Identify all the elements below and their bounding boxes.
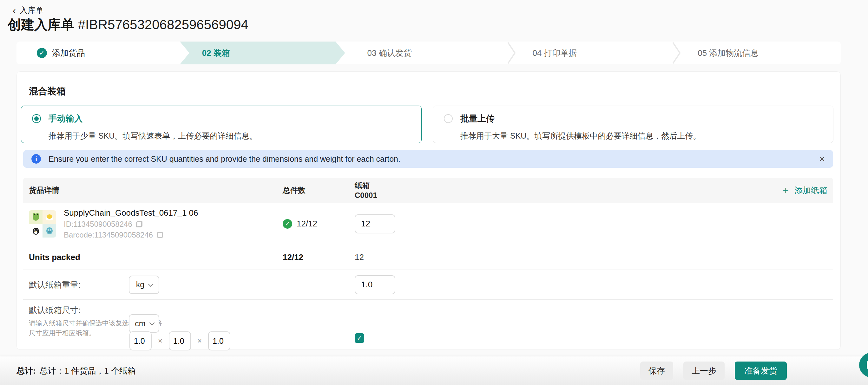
table-header-row: 货品详情 总件数 纸箱 C0001 + 添加纸箱 [23, 178, 833, 203]
step-label: 02 装箱 [202, 47, 230, 59]
step-confirm-shipment[interactable]: 03 确认发货 [345, 41, 510, 64]
manual-input-option[interactable]: 手动输入 推荐用于少量 SKU。填写快速表单，上传必要的详细信息。 [21, 106, 422, 143]
goods-table: 货品详情 总件数 纸箱 C0001 + 添加纸箱 [23, 178, 833, 352]
product-image-tile [29, 210, 42, 224]
copy-icon[interactable] [157, 232, 163, 238]
default-weight-label: 默认纸箱重量: [29, 279, 81, 290]
step-label: 04 打印单据 [532, 47, 577, 59]
chevron-down-icon [149, 320, 155, 325]
dimension-height-input[interactable] [208, 331, 230, 350]
step-complete-check-icon: ✓ [37, 48, 47, 58]
option-description: 推荐用于少量 SKU。填写快速表单，上传必要的详细信息。 [49, 131, 410, 141]
units-packed-carton: 12 [355, 252, 827, 262]
section-title: 混合装箱 [29, 85, 66, 98]
units-packed-total: 12/12 [283, 252, 355, 262]
page-title-prefix: 创建入库单 [8, 17, 74, 32]
product-image-tile [42, 210, 56, 224]
column-header-carton: 纸箱 C0001 [355, 181, 783, 200]
apply-dimensions-checkbox[interactable]: ✓ [355, 333, 364, 343]
product-name: SupplyChain_GoodsTest_0617_1 06 [64, 208, 198, 218]
step-add-goods[interactable]: ✓ 添加货品 [17, 41, 180, 64]
step-wizard: ✓ 添加货品 02 装箱 03 确认发货 04 打印单据 05 添加物流信息 [17, 41, 841, 64]
option-description: 推荐用于大量 SKU。填写所提供模板中的必要详细信息，然后上传。 [460, 131, 822, 141]
copy-icon[interactable] [136, 221, 143, 227]
breadcrumb-label: 入库单 [20, 5, 43, 15]
add-carton-button[interactable]: + 添加纸箱 [783, 185, 827, 196]
option-label: 批量上传 [460, 113, 495, 124]
footer-total-label: 总计: [17, 365, 36, 377]
plus-icon: + [783, 185, 789, 195]
info-banner-text: Ensure you enter the correct SKU quantit… [49, 155, 400, 164]
step-add-logistics[interactable]: 05 添加物流信息 [675, 41, 841, 64]
footer-total-text: 总计：1 件货品，1 个纸箱 [40, 365, 136, 377]
product-image [29, 210, 56, 237]
product-total-count: 12/12 [297, 219, 317, 229]
multiply-sign: × [158, 336, 162, 345]
column-header-goods: 货品详情 [29, 185, 283, 195]
page-title: 创建入库单 #IBR5765320682596569094 [8, 16, 248, 34]
option-label: 手动输入 [49, 113, 83, 124]
column-header-total: 总件数 [283, 185, 355, 195]
banner-close-icon[interactable]: × [819, 154, 825, 164]
step-packing[interactable]: 02 装箱 [180, 41, 345, 64]
previous-step-button[interactable]: 上一步 [683, 361, 724, 380]
product-barcode: Barcode:11345090058246 [64, 230, 153, 239]
multiply-sign: × [197, 336, 202, 345]
product-image-tile [42, 224, 56, 237]
product-id: ID:11345090058246 [64, 220, 132, 229]
radio-selected-icon[interactable] [32, 114, 41, 123]
weight-unit-select[interactable]: kg [129, 276, 159, 294]
back-arrow-icon: ‹ [13, 6, 16, 15]
step-label: 05 添加物流信息 [698, 47, 758, 59]
input-mode-options: 手动输入 推荐用于少量 SKU。填写快速表单，上传必要的详细信息。 批量上传 推… [21, 106, 833, 143]
table-row: SupplyChain_GoodsTest_0617_1 06 ID:11345… [23, 203, 833, 245]
default-dimensions-row: 默认纸箱尺寸: 请输入纸箱尺寸并确保选中该复选框，以便将尺寸应用于相应纸箱。 c… [23, 300, 833, 352]
breadcrumb[interactable]: ‹ 入库单 [13, 5, 43, 15]
default-dimensions-label: 默认纸箱尺寸: [29, 305, 81, 316]
units-packed-label: Units packed [29, 252, 283, 262]
dimension-unit-value: cm [135, 319, 145, 328]
info-banner: i Ensure you enter the correct SKU quant… [23, 150, 833, 168]
page-title-number: #IBR5765320682596569094 [78, 17, 248, 32]
quantity-complete-check-icon: ✓ [283, 219, 292, 229]
weight-unit-value: kg [136, 280, 144, 289]
default-weight-input[interactable] [355, 275, 395, 294]
carton-quantity-input[interactable] [355, 214, 395, 233]
dimension-unit-select[interactable]: cm [129, 314, 159, 333]
default-weight-row: 默认纸箱重量: kg [23, 270, 833, 300]
step-print-documents[interactable]: 04 打印单据 [510, 41, 675, 64]
product-image-tile [29, 224, 42, 237]
units-packed-row: Units packed 12/12 12 [23, 245, 833, 270]
step-label: 添加货品 [52, 47, 85, 59]
packing-card: 混合装箱 手动输入 推荐用于少量 SKU。填写快速表单，上传必要的详细信息。 批… [17, 71, 841, 350]
dimension-width-input[interactable] [169, 331, 191, 350]
bulk-upload-option[interactable]: 批量上传 推荐用于大量 SKU。填写所提供模板中的必要详细信息，然后上传。 [433, 106, 833, 143]
save-button[interactable]: 保存 [640, 361, 673, 380]
checkbox-check-icon: ✓ [357, 334, 362, 342]
ready-to-ship-button[interactable]: 准备发货 [735, 361, 787, 380]
step-label: 03 确认发货 [367, 47, 412, 59]
chat-bubble-icon [867, 361, 868, 369]
radio-unselected-icon[interactable] [444, 114, 453, 123]
chevron-down-icon [148, 281, 154, 287]
dimension-length-input[interactable] [129, 331, 152, 350]
info-icon: i [31, 154, 41, 164]
footer-total: 总计: 总计：1 件货品，1 个纸箱 [17, 365, 136, 377]
footer-bar: 总计: 总计：1 件货品，1 个纸箱 保存 上一步 准备发货 [0, 356, 868, 385]
